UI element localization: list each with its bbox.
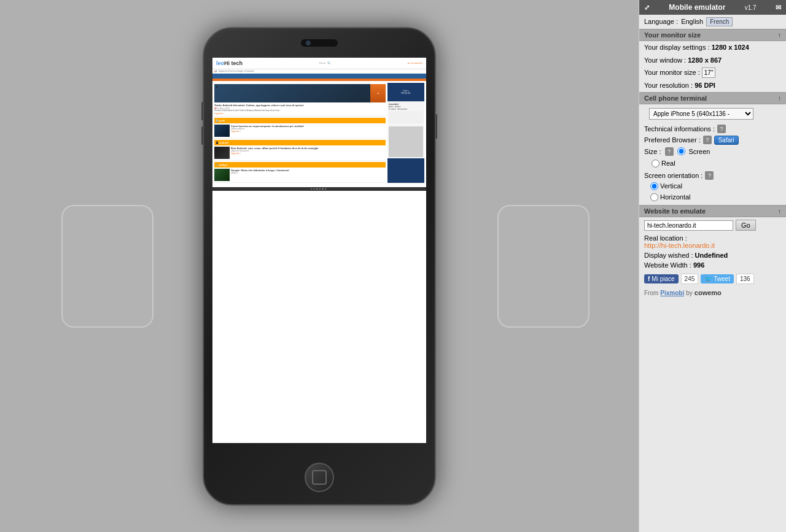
phone-frame: leoHi tech Cerca 🔍 ▲ Leonardo.it 📢 Segui… [203, 27, 436, 506]
display-settings-label: Your display settings : [644, 44, 710, 51]
facebook-icon: f [648, 276, 650, 282]
cell-phone-section-header: Cell phone terminal ↑ [639, 92, 786, 104]
tech-info-label: Technical informations : [644, 125, 715, 133]
monitor-size-title: Your monitor size [644, 31, 701, 39]
monitor-size-section-header: Your monitor size ↑ [639, 29, 786, 41]
real-radio[interactable] [652, 160, 660, 168]
language-row: Language : English French [639, 15, 786, 29]
size-label: Size : [644, 148, 661, 155]
size-row: Size : ? Screen [639, 146, 786, 157]
monitor-collapse-icon[interactable]: ↑ [778, 31, 782, 39]
ghost-frame-right [497, 205, 590, 328]
orientation-label: Screen orientation : [644, 172, 702, 179]
email-icon[interactable]: ✉ [776, 4, 781, 12]
phone-model-select[interactable]: Apple iPhone 5 (640x1136 - [649, 108, 753, 120]
website-width-value: 996 [693, 261, 704, 269]
french-button[interactable]: French [706, 17, 733, 26]
expand-icon[interactable]: ⤢ [644, 4, 650, 12]
url-row: Go [639, 217, 786, 233]
language-label: Language : [644, 18, 678, 25]
panel-version: v1.7 [745, 4, 757, 11]
by-label: by [686, 290, 693, 296]
facebook-button[interactable]: f Mi piace [644, 274, 679, 283]
real-size-row: Real [639, 157, 786, 171]
panel-title: Mobile emulator [669, 3, 725, 12]
display-wished-row: Display wished : Undefined [639, 250, 786, 260]
volume-down-button [201, 126, 203, 145]
from-label: From [644, 290, 658, 296]
monitor-size-label: Your monitor size : [644, 69, 700, 76]
orientation-radios: Vertical Horizontal [639, 181, 786, 205]
real-label: Real [661, 158, 675, 169]
vertical-radio[interactable] [650, 182, 658, 190]
horizontal-radio[interactable] [650, 193, 658, 201]
facebook-label: Mi piace [652, 276, 674, 282]
phone-model-row: Apple iPhone 5 (640x1136 - [639, 104, 786, 123]
window-value: 786 x 532 [688, 56, 722, 64]
tweet-count: 136 [736, 274, 754, 284]
real-location-label: Real location : [644, 234, 687, 242]
real-location-row: Real location : http://hi-tech.leonardo.… [639, 233, 786, 250]
screen-label: Screen [689, 148, 710, 155]
screen-radio[interactable] [677, 147, 685, 155]
phone-screen: leoHi tech Cerca 🔍 ▲ Leonardo.it 📢 Segui… [212, 58, 426, 443]
website-width-row: Website Width : 996 [639, 260, 786, 270]
real-location-link[interactable]: http://hi-tech.leonardo.it [644, 242, 715, 249]
website-section-header: Website to emulate ↑ [639, 205, 786, 217]
window-label: Your window : [644, 56, 686, 64]
browser-help-button[interactable]: ? [703, 136, 712, 144]
from-row: From Pixmobi by cowemo [639, 288, 786, 298]
window-row: Your window : 786 x 532 [639, 54, 786, 67]
size-help-button[interactable]: ? [665, 147, 674, 156]
tweet-button[interactable]: 🐦 Tweet [701, 274, 734, 283]
tech-info-help-button[interactable]: ? [717, 125, 726, 133]
pixmobi-link[interactable]: Pixmobi [660, 290, 684, 296]
facebook-count: 245 [681, 274, 699, 284]
tweet-label: Tweet [714, 276, 730, 282]
cell-phone-collapse-icon[interactable]: ↑ [778, 94, 782, 102]
power-button [435, 114, 437, 139]
vertical-label: Vertical [660, 181, 682, 192]
tech-info-row: Technical informations : ? [639, 123, 786, 134]
prefered-browser-row: Prefered Browser : ? Safari [639, 134, 786, 146]
website-collapse-icon[interactable]: ↑ [778, 207, 782, 215]
safari-button[interactable]: Safari [714, 136, 739, 145]
resolution-row: Your resolution : 96 DPI [639, 79, 786, 92]
display-wished-label: Display wished : [644, 252, 693, 259]
screen-orientation-row: Screen orientation : ? [639, 170, 786, 181]
display-settings-row: Your display settings : 1280 x 1024 [639, 41, 786, 54]
language-current: English [681, 18, 703, 25]
cowemo-text: cowemo [695, 289, 722, 296]
resolution-value: 96 DPI [695, 82, 715, 89]
ghost-frame-left [61, 205, 154, 328]
orientation-help-button[interactable]: ? [705, 171, 714, 180]
site-nav [212, 74, 426, 79]
twitter-icon: 🐦 [704, 276, 712, 282]
resolution-label: Your resolution : [644, 82, 693, 89]
panel-header: ⤢ Mobile emulator v1.7 ✉ [639, 0, 786, 15]
url-input[interactable] [644, 220, 733, 231]
social-row: f Mi piace 245 🐦 Tweet 136 [639, 270, 786, 288]
website-preview: leoHi tech Cerca 🔍 ▲ Leonardo.it 📢 Segui… [212, 58, 426, 443]
cell-phone-title: Cell phone terminal [644, 94, 707, 102]
go-button[interactable]: Go [736, 220, 756, 231]
site-logo: leoHi tech [216, 60, 243, 66]
prefered-browser-label: Prefered Browser : [644, 136, 701, 144]
phone-home-button[interactable] [305, 463, 334, 492]
display-settings-value: 1280 x 1024 [712, 44, 749, 51]
right-panel: ⤢ Mobile emulator v1.7 ✉ Language : Engl… [639, 0, 786, 532]
volume-up-button [201, 102, 203, 120]
website-title: Website to emulate [644, 207, 706, 215]
phone-camera [301, 39, 338, 47]
monitor-size-row: Your monitor size : 17" [639, 66, 786, 79]
display-wished-value: Undefined [695, 252, 728, 259]
main-area: leoHi tech Cerca 🔍 ▲ Leonardo.it 📢 Segui… [0, 0, 639, 532]
horizontal-label: Horizontal [660, 192, 691, 203]
website-width-label: Website Width : [644, 261, 691, 269]
monitor-size-value: 17" [702, 67, 716, 78]
